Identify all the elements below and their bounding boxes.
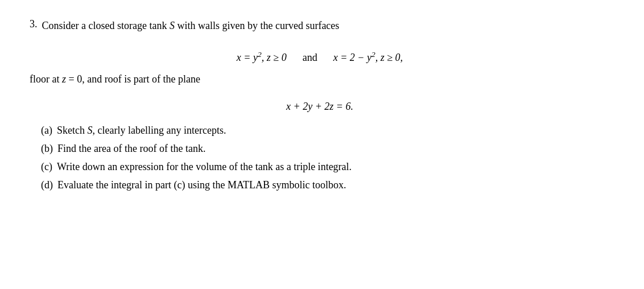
part-c-label: (c) <box>41 159 52 175</box>
plane-equation-display: x + 2y + 2z = 6. <box>30 101 610 113</box>
part-a-label: (a) <box>41 123 52 139</box>
eq1-expression: x = y2, z ≥ 0 <box>237 52 287 64</box>
problem-container: 3. Consider a closed storage tank S with… <box>30 18 610 193</box>
plane-equation: x + 2y + 2z = 6. <box>286 101 353 112</box>
part-c: (c) Write down an expression for the vol… <box>41 159 610 175</box>
part-d-label: (d) <box>41 177 53 193</box>
part-b-label: (b) <box>41 141 53 157</box>
problem-number: 3. <box>30 18 38 30</box>
eq2-expression: x = 2 − y2, z ≥ 0, <box>333 52 403 64</box>
part-c-text: Write down an expression for the volume … <box>57 159 352 175</box>
s-variable: S <box>170 20 175 31</box>
page: 3. Consider a closed storage tank S with… <box>0 0 644 289</box>
floor-text: floor at z = 0, and roof is part of the … <box>30 72 610 87</box>
and-word: and <box>303 52 317 64</box>
part-d: (d) Evaluate the integral in part (c) us… <box>41 177 610 193</box>
part-a-text: Sketch S, clearly labelling any intercep… <box>57 123 226 139</box>
parts-list: (a) Sketch S, clearly labelling any inte… <box>30 123 610 193</box>
part-d-text: Evaluate the integral in part (c) using … <box>57 177 346 193</box>
part-a: (a) Sketch S, clearly labelling any inte… <box>41 123 610 139</box>
equation-1-display: x = y2, z ≥ 0 and x = 2 − y2, z ≥ 0, <box>30 52 610 64</box>
part-b: (b) Find the area of the roof of the tan… <box>41 141 610 157</box>
part-b-text: Find the area of the roof of the tank. <box>57 141 205 157</box>
problem-header: 3. Consider a closed storage tank S with… <box>30 18 610 34</box>
problem-intro-text: Consider a closed storage tank S with wa… <box>42 18 340 34</box>
equation-1-line: x = y2, z ≥ 0 and x = 2 − y2, z ≥ 0, <box>30 52 610 64</box>
